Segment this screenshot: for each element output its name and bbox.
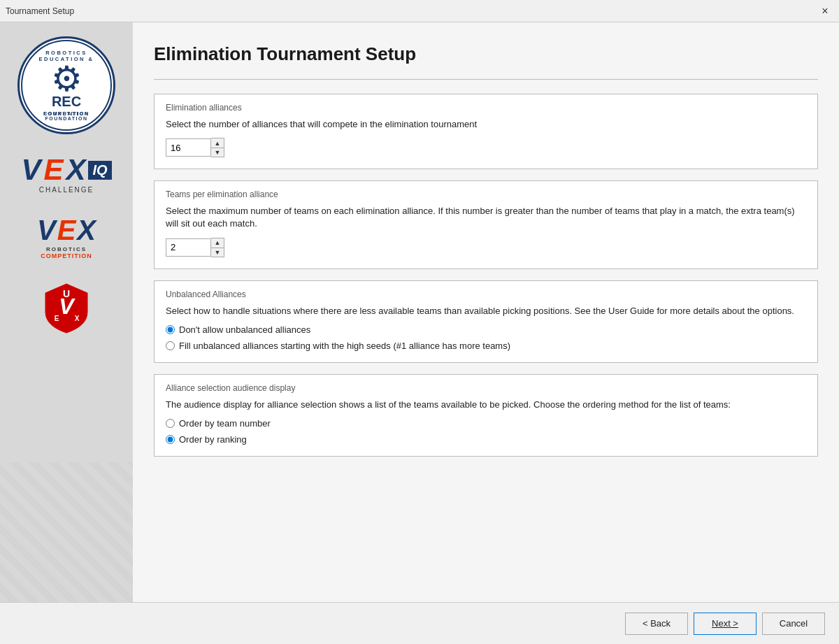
fill-high-seeds-radio-label[interactable]: Fill unbalanced alliances starting with … bbox=[166, 341, 806, 351]
order-team-number-text: Order by team number bbox=[179, 418, 271, 429]
vex-robotics-competition-logo: V E X ROBOTICS COMPETITION bbox=[37, 215, 96, 259]
order-ranking-text: Order by ranking bbox=[179, 434, 247, 445]
teams-input[interactable] bbox=[166, 238, 211, 257]
teams-spinner-buttons: ▲ ▼ bbox=[211, 238, 224, 257]
elimination-alliances-label: Elimination alliances bbox=[166, 103, 806, 113]
alliances-input[interactable] bbox=[166, 138, 211, 157]
vex-e-letter: E bbox=[43, 155, 63, 185]
vex-iq-sub: CHALLENGE bbox=[21, 186, 111, 194]
next-button[interactable]: Next > bbox=[694, 613, 756, 635]
window-title: Tournament Setup bbox=[6, 6, 74, 16]
vrc-v-letter: V bbox=[37, 215, 56, 246]
audience-display-label: Alliance selection audience display bbox=[166, 383, 806, 393]
audience-display-description: The audience display for alliance select… bbox=[166, 399, 806, 411]
order-team-number-radio-label[interactable]: Order by team number bbox=[166, 418, 806, 429]
unbalanced-radio-group: Don't allow unbalanced alliances Fill un… bbox=[166, 324, 806, 351]
rec-top-text: ROBOTICS EDUCATION & bbox=[20, 50, 113, 62]
elimination-alliances-section: Elimination alliances Select the number … bbox=[154, 94, 818, 169]
order-ranking-radio-label[interactable]: Order by ranking bbox=[166, 434, 806, 445]
teams-per-alliance-section: Teams per elimination alliance Select th… bbox=[154, 180, 818, 269]
teams-per-alliance-description: Select the maximum number of teams on ea… bbox=[166, 205, 806, 230]
svg-text:U: U bbox=[63, 288, 70, 299]
alliances-spinner-buttons: ▲ ▼ bbox=[211, 138, 224, 157]
vexu-svg: V E X U bbox=[38, 280, 94, 336]
rec-bottom-text: COMPETITION FOUNDATION bbox=[20, 111, 113, 121]
fill-high-seeds-radio-text: Fill unbalanced alliances starting with … bbox=[179, 341, 510, 351]
vex-v-letter: V bbox=[21, 155, 41, 185]
vrc-e-letter: E bbox=[57, 215, 76, 246]
teams-increment-button[interactable]: ▲ bbox=[211, 238, 224, 248]
vrc-sub1: ROBOTICS bbox=[37, 246, 96, 252]
vex-iq-logo: V E X IQ CHALLENGE bbox=[21, 155, 111, 194]
unbalanced-alliances-description: Select how to handle situations where th… bbox=[166, 305, 806, 317]
unbalanced-alliances-label: Unbalanced Alliances bbox=[166, 289, 806, 299]
svg-text:X: X bbox=[75, 315, 80, 322]
unbalanced-alliances-section: Unbalanced Alliances Select how to handl… bbox=[154, 280, 818, 363]
close-button[interactable]: × bbox=[817, 3, 833, 20]
svg-text:E: E bbox=[55, 315, 59, 322]
audience-display-section: Alliance selection audience display The … bbox=[154, 374, 818, 457]
iq-box: IQ bbox=[88, 161, 111, 180]
teams-per-alliance-label: Teams per elimination alliance bbox=[166, 189, 806, 199]
main-container: ROBOTICS EDUCATION & ⚙ REC FOUNDATION CO… bbox=[0, 22, 839, 602]
back-button[interactable]: < Back bbox=[625, 613, 688, 635]
dont-allow-radio-label[interactable]: Don't allow unbalanced alliances bbox=[166, 324, 806, 335]
button-bar: < Back Next > Cancel bbox=[0, 602, 839, 644]
dont-allow-radio[interactable] bbox=[166, 325, 175, 334]
cancel-button[interactable]: Cancel bbox=[762, 613, 825, 635]
content-area: Elimination Tournament Setup Elimination… bbox=[133, 22, 839, 602]
page-title: Elimination Tournament Setup bbox=[154, 43, 818, 65]
audience-display-radio-group: Order by team number Order by ranking bbox=[166, 418, 806, 445]
teams-decrement-button[interactable]: ▼ bbox=[211, 248, 224, 257]
elimination-alliances-description: Select the number of alliances that will… bbox=[166, 118, 806, 131]
vex-x-letter: X bbox=[66, 155, 85, 185]
alliances-decrement-button[interactable]: ▼ bbox=[211, 148, 224, 157]
title-bar: Tournament Setup × bbox=[0, 0, 839, 22]
vrc-sub2: COMPETITION bbox=[37, 252, 96, 259]
title-divider bbox=[154, 79, 818, 80]
alliances-increment-button[interactable]: ▲ bbox=[211, 138, 224, 148]
alliances-spinner-container: ▲ ▼ bbox=[166, 138, 806, 157]
fill-high-seeds-radio[interactable] bbox=[166, 341, 175, 350]
order-team-number-radio[interactable] bbox=[166, 419, 175, 428]
dont-allow-radio-text: Don't allow unbalanced alliances bbox=[179, 324, 310, 335]
rec-foundation-logo: ROBOTICS EDUCATION & ⚙ REC FOUNDATION CO… bbox=[17, 36, 115, 134]
sidebar: ROBOTICS EDUCATION & ⚙ REC FOUNDATION CO… bbox=[0, 22, 133, 602]
vrc-x-letter: X bbox=[77, 215, 96, 246]
order-ranking-radio[interactable] bbox=[166, 435, 175, 444]
teams-spinner-container: ▲ ▼ bbox=[166, 238, 806, 257]
vex-u-logo: V E X U bbox=[38, 280, 94, 338]
